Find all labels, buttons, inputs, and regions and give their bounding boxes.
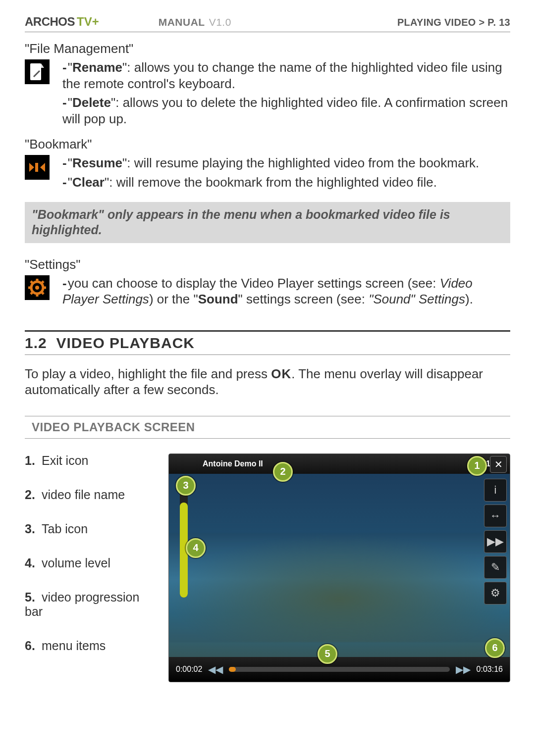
settings-text-after: " settings screen (see:: [238, 292, 369, 306]
svg-marker-1: [41, 63, 44, 68]
num-1: 1.: [25, 454, 37, 468]
label-2: video file name: [42, 488, 125, 502]
page-section-pointer: PLAYING VIDEO > P. 13: [397, 17, 510, 28]
file-management-row: -"Rename": allows you to change the name…: [25, 59, 510, 130]
rewind-icon: ◀◀: [208, 663, 223, 675]
callout-5: 5: [318, 644, 337, 664]
callout-1: 1: [467, 456, 487, 476]
label-5: video progression bar: [25, 590, 139, 618]
player-topbar: Antoine Demo II 15 48: [169, 454, 510, 474]
label-6: menu items: [42, 639, 106, 653]
svg-line-12: [42, 292, 44, 294]
brand-archos: ARCHOS: [25, 15, 75, 29]
playback-screen-layout: 1.Exit icon 2.video file name 3.Tab icon…: [25, 454, 510, 682]
bookmark-row: -"Resume": will resume playing the highl…: [25, 155, 510, 193]
svg-line-13: [42, 281, 44, 283]
label-3: Tab icon: [42, 522, 88, 536]
delete-item: -"Delete": allows you to delete the high…: [62, 95, 510, 127]
forward-icon: ▶▶: [456, 663, 471, 675]
clear-item: -"Clear": will remove the bookmark from …: [62, 174, 479, 191]
settings-menu-icon: ⚙: [484, 582, 507, 605]
video-title: Antoine Demo II: [203, 459, 263, 468]
svg-line-14: [31, 292, 33, 294]
rename-label: Rename: [72, 60, 122, 75]
delete-label: Delete: [72, 95, 111, 110]
settings-text-end: ).: [465, 292, 473, 306]
settings-item: -you can choose to display the Video Pla…: [62, 275, 510, 307]
brand-tvplus: TV+: [77, 15, 99, 29]
num-4: 4.: [25, 556, 37, 570]
settings-title: "Settings": [25, 257, 510, 272]
list-item: 5.video progression bar: [25, 590, 154, 619]
bookmark-note: "Bookmark" only appears in the menu when…: [25, 202, 510, 243]
svg-line-11: [31, 281, 33, 283]
clear-label: Clear: [72, 175, 105, 190]
divider-thin: [25, 354, 510, 355]
divider-thick: [25, 330, 510, 332]
file-management-title: "File Management": [25, 41, 510, 56]
list-item: 3.Tab icon: [25, 522, 154, 536]
manual-word: MANUAL: [159, 16, 205, 28]
dash-icon: -: [62, 95, 67, 110]
video-player-screenshot: ✕ Antoine Demo II 15 48 i ↔ ▶▶ ✎ ⚙ 0:00:…: [168, 454, 510, 682]
progress-bar-row: 0:00:02 ◀◀ ▶▶ 0:03:16: [169, 657, 510, 682]
num-6: 6.: [25, 639, 37, 653]
list-item: 1.Exit icon: [25, 454, 154, 468]
callout-6: 6: [485, 638, 505, 658]
clear-text: ": will remove the bookmark from the hig…: [105, 175, 437, 190]
time-total: 0:03:16: [477, 665, 503, 674]
resume-text: ": will resume playing the highlighted v…: [122, 155, 479, 170]
callout-2: 2: [273, 462, 293, 482]
page-header: ARCHOS TV+ MANUAL V1.0 PLAYING VIDEO > P…: [25, 15, 510, 32]
progress-track: [229, 667, 449, 672]
settings-items: -you can choose to display the Video Pla…: [62, 275, 510, 310]
label-1: Exit icon: [42, 454, 88, 467]
bookmark-items: -"Resume": will resume playing the highl…: [62, 155, 479, 193]
num-5: 5.: [25, 590, 37, 605]
bookmark-set-icon: ✎: [484, 556, 507, 579]
svg-rect-3: [35, 163, 38, 172]
progress-fill: [229, 667, 235, 672]
settings-link-2: "Sound" Settings: [369, 292, 465, 306]
section-number: 1.2: [25, 335, 47, 351]
resume-item: -"Resume": will resume playing the highl…: [62, 155, 479, 171]
dash-icon: -: [62, 276, 67, 291]
rename-text: ": allows you to change the name of the …: [62, 60, 502, 91]
num-3: 3.: [25, 522, 37, 536]
resume-label: Resume: [72, 155, 122, 170]
volume-track: [180, 479, 188, 598]
manual-version: V1.0: [209, 16, 231, 28]
rename-item: -"Rename": allows you to change the name…: [62, 59, 510, 92]
list-item: 6.menu items: [25, 639, 154, 653]
list-item: 2.video file name: [25, 488, 154, 502]
settings-text-1: you can choose to display the Video Play…: [68, 276, 440, 291]
callout-4: 4: [186, 538, 206, 558]
manual-page: ARCHOS TV+ MANUAL V1.0 PLAYING VIDEO > P…: [0, 0, 535, 707]
manual-label: MANUAL V1.0: [159, 16, 231, 28]
delete-text: ": allows you to delete the highlighted …: [62, 95, 508, 126]
num-2: 2.: [25, 488, 37, 502]
subheading-playback-screen: VIDEO PLAYBACK SCREEN: [25, 416, 510, 439]
settings-sound-bold: Sound: [198, 292, 238, 306]
player-right-menu: i ↔ ▶▶ ✎ ⚙: [484, 479, 507, 605]
video-content-backdrop: [169, 533, 510, 642]
svg-point-6: [35, 286, 39, 290]
dash-icon: -: [62, 60, 67, 75]
section-1-2-heading: 1.2 VIDEO PLAYBACK: [25, 335, 510, 352]
bookmark-title: "Bookmark": [25, 137, 510, 152]
info-icon: i: [484, 479, 507, 502]
body-before: To play a video, highlight the file and …: [25, 366, 271, 381]
dash-icon: -: [62, 155, 67, 170]
callout-3: 3: [176, 476, 196, 496]
callout-list: 1.Exit icon 2.video file name 3.Tab icon…: [25, 454, 154, 673]
dash-icon: -: [62, 175, 67, 190]
section-title: VIDEO PLAYBACK: [56, 335, 195, 351]
time-elapsed: 0:00:02: [176, 665, 202, 674]
file-management-items: -"Rename": allows you to change the name…: [62, 59, 510, 130]
ok-key: OK: [271, 366, 291, 381]
file-icon: [25, 59, 50, 84]
svg-marker-2: [29, 163, 34, 172]
bookmark-icon: [25, 155, 50, 180]
settings-text-mid: ) or the ": [149, 292, 198, 306]
svg-marker-4: [40, 163, 45, 172]
